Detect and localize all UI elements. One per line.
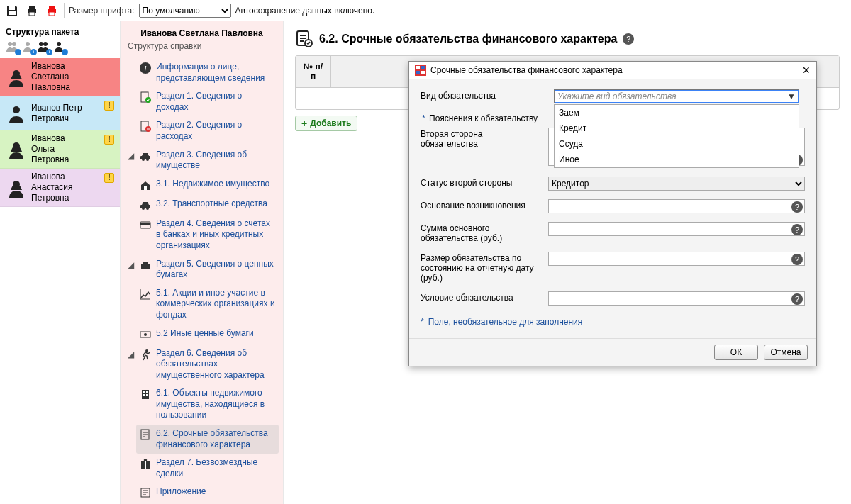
svg-point-8 — [8, 42, 12, 46]
tree-item[interactable]: 3.1. Недвижимое имущество — [136, 175, 279, 195]
tree-item[interactable]: ◢Раздел 3. Сведения об имуществе — [125, 146, 279, 175]
svg-rect-6 — [49, 6, 55, 9]
tree-label: Раздел 5. Сведения о ценных бумагах — [156, 259, 276, 281]
add-person-icon-1[interactable]: + — [6, 40, 20, 54]
tree-item[interactable]: Раздел 7. Безвозмездные сделки — [125, 454, 279, 483]
help-icon[interactable]: ? — [623, 33, 634, 45]
label-party2: Вторая сторона обязательства — [421, 128, 541, 149]
svg-rect-33 — [141, 264, 150, 269]
help-icon[interactable]: ? — [791, 201, 803, 213]
expander-icon[interactable]: ◢ — [128, 150, 135, 161]
help-icon[interactable]: ? — [791, 224, 803, 235]
tree-label: Раздел 2. Сведения о расходах — [156, 120, 276, 142]
tree-item[interactable]: iИнформация о лице, представляющем сведе… — [125, 58, 279, 87]
label-type: Вид обязательства — [421, 89, 541, 101]
tree-item[interactable]: 5.2 Иные ценные бумаги — [136, 325, 279, 345]
add-label: Добавить — [310, 118, 351, 128]
tree-item[interactable]: ◢Раздел 6. Сведения об обязательствах им… — [125, 345, 279, 385]
doc-no-icon — [139, 120, 152, 133]
person-item[interactable]: ИвановаСветланаПавловна — [0, 58, 120, 96]
warning-icon: ! — [104, 135, 114, 145]
tree-label: 3.2. Транспортные средства — [156, 198, 267, 210]
label-basis: Основание возникновения — [421, 199, 541, 211]
tree-item[interactable]: 3.2. Транспортные средства — [136, 195, 279, 215]
svg-rect-51 — [416, 66, 420, 69]
tree-item[interactable]: 6.1. Объекты недвижимого имущества, нахо… — [136, 384, 279, 425]
condition-input[interactable] — [548, 291, 805, 306]
contract-icon — [139, 428, 152, 441]
expander-icon[interactable]: ◢ — [128, 259, 135, 270]
status2-select[interactable]: Кредитор — [548, 177, 805, 191]
font-size-label: Размер шрифта: — [69, 6, 135, 16]
label-sum-report: Размер обязательства по состоянию на отч… — [421, 252, 541, 283]
add-person-icon-2[interactable]: + — [21, 40, 35, 54]
car-icon — [139, 198, 152, 211]
tree-label: Раздел 7. Безвозмездные сделки — [156, 457, 276, 479]
add-person-icon-4[interactable]: + — [52, 40, 67, 54]
add-button[interactable]: + Добавить — [295, 116, 357, 131]
tree-item[interactable]: 6.2. Срочные обязательства финансового х… — [136, 425, 279, 454]
section-icon — [295, 30, 313, 48]
svg-point-13 — [57, 42, 61, 46]
dropdown-option[interactable]: Ссуда — [555, 136, 799, 152]
avatar-icon — [6, 103, 27, 124]
svg-rect-40 — [146, 391, 148, 393]
dropdown-option[interactable]: Заем — [555, 105, 799, 121]
obligation-dialog: Срочные обязательства финансового характ… — [408, 61, 817, 366]
tree-item[interactable]: Раздел 2. Сведения о расходах — [125, 116, 279, 145]
print-red-icon[interactable] — [44, 3, 60, 18]
type-dropdown: ЗаемКредитСсудаИное — [554, 104, 799, 168]
svg-rect-0 — [9, 6, 15, 10]
help-icon[interactable]: ? — [791, 254, 803, 265]
svg-point-15 — [13, 106, 20, 113]
person-name: Иванов ПетрПетрович — [31, 103, 82, 124]
font-size-select[interactable]: По умолчанию — [139, 4, 231, 18]
print-icon[interactable] — [24, 3, 40, 18]
tree-item[interactable]: Раздел 1. Сведения о доходах — [125, 87, 279, 116]
tree-owner: Иванова Светлана Павловна — [121, 21, 283, 40]
card-icon — [139, 218, 152, 231]
tree-label: Раздел 1. Сведения о доходах — [156, 91, 276, 113]
chart-icon — [139, 288, 152, 301]
add-person-icon-3[interactable]: + — [37, 40, 51, 54]
help-icon[interactable]: ? — [791, 293, 803, 305]
warning-icon: ! — [104, 101, 114, 111]
person-item[interactable]: ИвановаАнастасияПетровна ! — [0, 169, 120, 207]
sum-main-input[interactable] — [548, 222, 805, 236]
type-combo[interactable]: Укажите вид обязательства ▼ — [554, 89, 799, 103]
svg-rect-27 — [144, 186, 147, 190]
svg-point-26 — [146, 158, 149, 161]
expander-icon[interactable]: ◢ — [128, 348, 135, 359]
ok-button[interactable]: ОК — [714, 345, 758, 360]
dropdown-option[interactable]: Иное — [555, 152, 799, 167]
tree-item[interactable]: Раздел 4. Сведения о счетах в банках и и… — [125, 215, 279, 255]
run-icon — [139, 348, 152, 361]
svg-rect-7 — [49, 12, 55, 16]
save-icon[interactable] — [4, 3, 20, 18]
svg-point-11 — [39, 42, 43, 46]
svg-point-37 — [145, 349, 148, 352]
label-sum-main: Сумма основного обязательства (руб.) — [421, 222, 541, 243]
svg-rect-52 — [421, 66, 425, 69]
tree-item[interactable]: Приложение — [125, 483, 279, 503]
svg-rect-46 — [145, 461, 146, 469]
tree-label: 5.1. Акции и иное участие в коммерческих… — [156, 288, 276, 321]
warning-icon: ! — [104, 173, 114, 183]
tree-item[interactable]: 5.1. Акции и иное участие в коммерческих… — [136, 284, 279, 325]
cancel-button[interactable]: Отмена — [764, 345, 808, 360]
svg-rect-3 — [29, 6, 35, 9]
tree-item[interactable]: ◢Раздел 5. Сведения о ценных бумагах — [125, 255, 279, 284]
gift-icon — [139, 457, 152, 470]
dropdown-option[interactable]: Кредит — [555, 121, 799, 136]
tree-panel: Иванова Светлана Павловна Структура спра… — [121, 21, 284, 504]
person-item[interactable]: ИвановаОльгаПетровна ! — [0, 130, 120, 169]
tree-label: Информация о лице, представляющем сведен… — [156, 62, 276, 84]
person-item[interactable]: Иванов ПетрПетрович ! — [0, 96, 120, 130]
attach-icon — [139, 486, 152, 499]
basis-input[interactable] — [548, 199, 805, 213]
sum-report-input[interactable] — [548, 252, 805, 266]
person-name: ИвановаСветланаПавловна — [31, 61, 70, 93]
svg-point-10 — [26, 42, 30, 46]
label-condition: Условие обязательства — [421, 291, 541, 303]
close-icon[interactable]: ✕ — [802, 65, 811, 76]
